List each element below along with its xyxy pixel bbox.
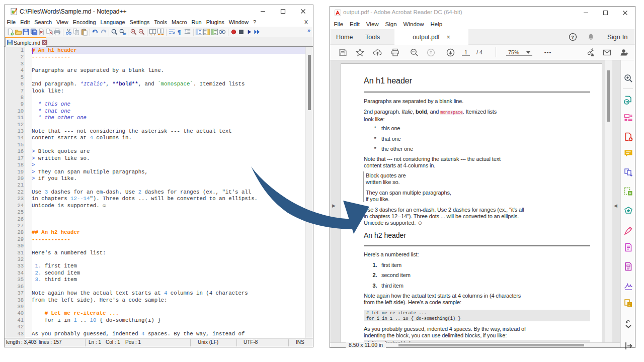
cut-icon[interactable] [65, 28, 73, 36]
show-all-chars-icon[interactable]: ¶ [176, 28, 184, 36]
close-all-icon[interactable] [46, 28, 54, 36]
notepad-menu-search[interactable]: Search [32, 19, 54, 25]
notepad-menu-tools[interactable]: Tools [152, 19, 170, 25]
acrobat-maximize-button[interactable] [596, 7, 615, 19]
acrobat-menu-edit[interactable]: Edit [347, 21, 363, 27]
play-macro-icon[interactable] [246, 28, 254, 36]
close-doc-icon[interactable] [38, 28, 46, 36]
notepad-menu-settings[interactable]: Settings [127, 19, 152, 25]
envelope-icon[interactable] [601, 45, 613, 60]
replace-icon[interactable]: ab [119, 28, 127, 36]
acrobat-menu-sign[interactable]: Sign [382, 21, 400, 27]
notepad-titlebar[interactable]: C:\Files\Words\Sample.md - Notepad++ [5, 5, 313, 18]
save-all-icon[interactable] [30, 28, 38, 36]
tool-certificates-icon[interactable] [623, 281, 633, 291]
pdf-scrollbar-thumb[interactable] [607, 70, 610, 122]
notepad-menu-window[interactable]: Window [226, 19, 251, 25]
acrobat-menu-file[interactable]: File [331, 21, 347, 27]
tab-home[interactable]: Home [336, 29, 353, 45]
star-icon[interactable] [354, 45, 365, 60]
nav-down-icon[interactable] [445, 45, 456, 60]
pdf-page[interactable]: An h1 headerParagraphs are separated by … [341, 63, 602, 345]
collapse-tools-icon[interactable] [623, 319, 633, 330]
function-list-icon[interactable] [195, 28, 203, 36]
tab-tools[interactable]: Tools [365, 29, 380, 45]
person-plus-icon[interactable] [618, 45, 630, 60]
pdf-horizontal-scrollbar-thumb[interactable] [398, 344, 584, 346]
copy-icon[interactable] [72, 28, 80, 36]
record-macro-icon[interactable] [230, 28, 238, 36]
notepad-menu-encoding[interactable]: Encoding [70, 19, 98, 25]
monitor-view-icon[interactable] [218, 28, 226, 36]
tool-search-plus-icon[interactable] [623, 73, 633, 83]
editor-scrollbar-thumb[interactable] [308, 55, 311, 110]
undo-icon[interactable] [92, 28, 100, 36]
document-map-icon[interactable] [203, 28, 211, 36]
zoom-out-icon[interactable] [138, 28, 146, 36]
editor-pane[interactable]: 1234567891011121314151617181920212223242… [5, 47, 313, 338]
toolbar-overflow-chevron[interactable]: » [307, 27, 310, 33]
find-icon[interactable] [111, 28, 119, 36]
help-button[interactable]: ? [567, 29, 578, 45]
acrobat-menu-view[interactable]: View [363, 21, 382, 27]
run-macro-multiple-icon[interactable] [253, 28, 261, 36]
sync-scroll-v-icon[interactable] [149, 28, 157, 36]
tool-comment-icon[interactable] [623, 148, 633, 158]
zoom-dropdown-caret-icon[interactable] [525, 45, 531, 60]
right-panel-collapse-arrow[interactable]: ◀ [614, 204, 617, 208]
notepad-menu-file[interactable]: File [5, 19, 18, 25]
new-file-icon[interactable] [7, 28, 15, 36]
notepad-menu-plugins[interactable]: Plugins [204, 19, 226, 25]
sync-scroll-h-icon[interactable] [157, 28, 165, 36]
document-tab-close-icon[interactable]: × [447, 34, 450, 41]
nav-up-icon[interactable] [425, 45, 436, 60]
sign-in-button[interactable]: Sign In [607, 29, 632, 45]
acrobat-close-button[interactable] [615, 7, 635, 19]
tool-prepare-form-icon[interactable] [623, 261, 633, 272]
tool-organize-pages-icon[interactable] [623, 186, 633, 197]
tab-sample-md[interactable]: Sample.md x [5, 37, 46, 47]
acrobat-titlebar[interactable]: output.pdf - Adobe Acrobat Reader DC (64… [330, 7, 635, 19]
cloud-upload-icon[interactable] [372, 45, 383, 60]
page-number-input[interactable]: 1 [460, 45, 472, 60]
acrobat-minimize-button[interactable] [576, 7, 596, 19]
notepad-minimize-button[interactable] [253, 5, 273, 18]
open-folder-icon[interactable] [15, 28, 23, 36]
tool-combine-files-icon[interactable] [623, 167, 633, 177]
open-tools-panel-icon[interactable] [623, 340, 633, 351]
notepad-menu-edit[interactable]: Edit [18, 19, 32, 25]
stop-macro-icon[interactable] [237, 28, 246, 36]
notepad-menu-[interactable]: ? [251, 19, 258, 25]
toolbar-more-options-button[interactable]: ••• [540, 45, 555, 60]
tool-fill-sign-icon[interactable] [623, 225, 633, 236]
print-icon[interactable] [389, 45, 400, 60]
tab-document-output-pdf[interactable]: output.pdf × [394, 29, 468, 45]
acrobat-menu-window[interactable]: Window [400, 21, 427, 27]
tool-protect-pdf-icon[interactable] [623, 242, 633, 252]
print-icon[interactable] [53, 28, 61, 36]
paste-icon[interactable] [80, 28, 89, 36]
notepad-maximize-button[interactable] [273, 5, 293, 18]
redo-icon[interactable] [100, 28, 108, 36]
zoom-level-select[interactable]: 75% [505, 45, 522, 60]
notepad-menu-language[interactable]: Language [98, 19, 127, 25]
acrobat-menu-help[interactable]: Help [427, 21, 446, 27]
word-wrap-icon[interactable] [168, 28, 176, 36]
tool-send-comments-icon[interactable] [623, 298, 633, 308]
tool-create-pdf-icon[interactable] [623, 131, 633, 142]
notepad-close-button[interactable] [293, 5, 313, 18]
notepad-menu-run[interactable]: Run [189, 19, 204, 25]
tab-close-icon[interactable]: x [42, 40, 47, 45]
zoom-glass-icon[interactable] [409, 45, 420, 60]
zoom-in-icon[interactable] [130, 28, 138, 36]
left-panel-expand-arrow[interactable]: ▶ [332, 204, 336, 208]
save-icon[interactable] [22, 28, 30, 36]
notepad-menu-view[interactable]: View [54, 19, 71, 25]
tool-edit-pdf-icon[interactable] [623, 112, 633, 123]
indent-guide-icon[interactable] [184, 28, 192, 36]
editor-text-area[interactable]: # An h1 header------------Paragraphs are… [32, 47, 305, 338]
tool-export-pdf-icon[interactable] [623, 95, 633, 105]
notifications-bell-icon[interactable] [585, 29, 596, 45]
share-link-icon[interactable] [584, 45, 596, 60]
notepad-menu-macro[interactable]: Macro [169, 19, 189, 25]
